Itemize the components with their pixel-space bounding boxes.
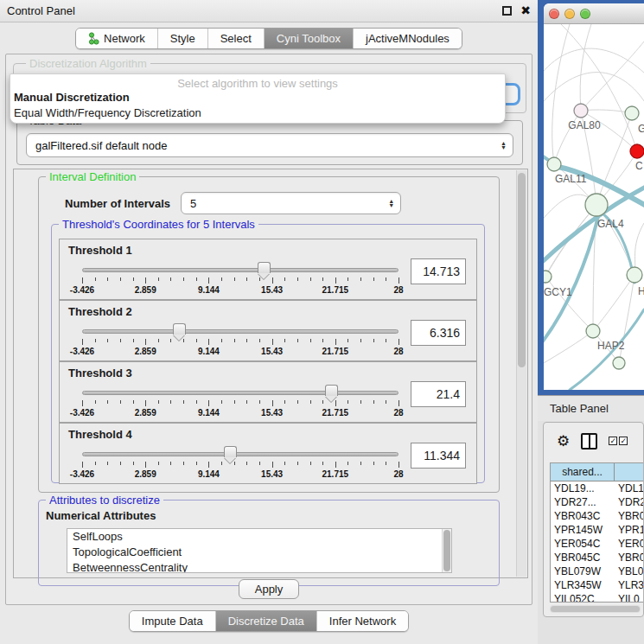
table-panel-title: Table Panel (550, 402, 609, 415)
gear-icon[interactable]: ⚙ (557, 434, 570, 449)
slider-track[interactable] (82, 329, 399, 334)
network-node-gal4[interactable] (585, 194, 608, 216)
tab-jactivemnodules[interactable]: jActiveMNodules (354, 29, 462, 48)
threshold-value-field[interactable]: 14.713 (411, 258, 466, 284)
column-header[interactable]: shared... (551, 463, 615, 481)
threshold-value-field[interactable]: 11.344 (411, 443, 466, 469)
threshold-value-field[interactable]: 6.316 (411, 320, 466, 346)
slider-track[interactable] (82, 268, 399, 272)
slider-ticks (82, 277, 399, 284)
popup-option-manual[interactable]: Manual Discretization (10, 90, 505, 105)
table-data-combo-value: galFiltered.sif default node (27, 139, 501, 152)
tab-cyni-toolbox[interactable]: Cyni Toolbox (265, 29, 354, 48)
stepper-arrows-icon: ▲▼ (388, 199, 394, 207)
threshold-box-2: Threshold 2-3.4262.8599.14415.4321.71528… (59, 300, 477, 361)
table-cell: YPR145W (551, 523, 615, 537)
table-row[interactable]: YBL079WYBL0 (551, 564, 643, 578)
select-columns-icons[interactable]: ✓ ✓ (609, 437, 628, 445)
table-row[interactable]: YDR27...YDR2 (551, 495, 643, 509)
node-table: shared...na YDL19...YDL1YDR27...YDR2YBR0… (550, 462, 643, 603)
interval-definition-group: Interval Definition Number of Intervals … (38, 176, 500, 493)
network-node-ga[interactable] (625, 106, 639, 120)
table-cell: YDR2 (615, 495, 643, 509)
number-of-intervals-combo[interactable]: 5 ▲▼ (181, 192, 401, 214)
cyni-toolbox-panel: Discretization Algorithm Select algorith… (5, 54, 532, 605)
slider-track[interactable] (82, 391, 399, 395)
checkbox-icon[interactable]: ✓ (609, 437, 617, 445)
threshold-slider[interactable]: -3.4262.8599.14415.4321.71528 (82, 444, 399, 482)
threshold-value-field[interactable]: 21.4 (411, 381, 466, 407)
node-label: GAL11 (555, 173, 587, 185)
table-row[interactable]: YPR145WYPR1 (551, 523, 643, 537)
table-panel-card: ⚙ ✓ ✓ shared...na YDL19...YDL1YDR27...YD… (543, 422, 644, 617)
tab-select[interactable]: Select (208, 29, 265, 48)
slider-thumb[interactable] (173, 323, 186, 335)
table-row[interactable]: YLR345WYLR3 (551, 578, 643, 592)
attribute-list-item[interactable]: SelfLoops (67, 529, 451, 545)
node-label: GA (638, 123, 644, 135)
network-node-gal80[interactable] (574, 104, 588, 118)
table-row[interactable]: YBR043CYBR0 (551, 509, 643, 523)
attributes-group: Attributes to discretize Numerical Attri… (38, 500, 500, 586)
table-cell: YER0 (615, 537, 643, 551)
threshold-slider[interactable]: -3.4262.8599.14415.4321.71528 (82, 383, 399, 421)
numerical-attributes-list[interactable]: SelfLoopsTopologicalCoefficientBetweenne… (67, 528, 452, 573)
threshold-label: Threshold 2 (68, 305, 132, 318)
close-icon[interactable]: ✖ (520, 6, 531, 16)
slider-ticks (82, 338, 399, 345)
tab-infer-network[interactable]: Infer Network (317, 611, 408, 631)
network-node-c[interactable] (630, 144, 644, 158)
top-tab-bar: NetworkStyleSelectCyni ToolboxjActiveMNo… (0, 23, 538, 53)
float-window-icon[interactable] (502, 6, 512, 16)
table-data-combo[interactable]: galFiltered.sif default node ▲▼ (26, 133, 513, 157)
number-of-intervals-label: Number of Intervals (65, 197, 170, 210)
checkbox-icon[interactable]: ✓ (619, 437, 628, 445)
threshold-label: Threshold 3 (68, 367, 132, 379)
horizontal-scrollbar[interactable] (550, 605, 641, 613)
stepper-arrows-icon: ▲▼ (501, 141, 507, 150)
attributes-group-title: Attributes to discretize (46, 494, 163, 507)
table-row[interactable]: YIL052CYIL0 (551, 592, 643, 603)
attribute-list-item[interactable]: TopologicalCoefficient (67, 545, 451, 560)
network-view-frame: GAL80GACGAL11GAL4GCY1HHAP2 (538, 0, 644, 395)
network-node[interactable] (613, 357, 625, 369)
list-scrollbar[interactable] (442, 529, 451, 573)
network-node-gal11[interactable] (547, 157, 561, 171)
discretization-algorithm-title: Discretization Algorithm (26, 57, 150, 70)
network-node-gcy1[interactable] (544, 271, 552, 283)
interval-definition-title: Interval Definition (46, 170, 139, 183)
network-node-hap2[interactable] (586, 324, 600, 338)
slider-thumb[interactable] (224, 446, 237, 457)
tab-network[interactable]: Network (76, 29, 158, 48)
popup-option-equal-width[interactable]: Equal Width/Frequency Discretization (10, 105, 505, 121)
slider-thumb[interactable] (258, 262, 271, 273)
table-row[interactable]: YER054CYER0 (551, 537, 643, 551)
node-label: GAL80 (568, 119, 601, 131)
network-canvas[interactable]: GAL80GACGAL11GAL4GCY1HHAP2 (544, 24, 644, 390)
network-node-h[interactable] (627, 267, 642, 283)
tab-discretize-data[interactable]: Discretize Data (216, 611, 317, 631)
slider-tick-labels: -3.4262.8599.14415.4321.71528 (82, 285, 399, 296)
slider-thumb[interactable] (325, 385, 338, 396)
tab-impute-data[interactable]: Impute Data (130, 611, 216, 631)
threshold-slider[interactable]: -3.4262.8599.14415.4321.71528 (82, 260, 399, 298)
column-header[interactable]: na (615, 463, 643, 481)
table-cell: YBR045C (551, 551, 615, 564)
tab-style[interactable]: Style (158, 29, 208, 48)
apply-button[interactable]: Apply (239, 579, 299, 599)
attribute-list-item[interactable]: BetweennessCentrality (67, 560, 451, 573)
vertical-scrollbar[interactable] (516, 170, 526, 577)
columns-icon[interactable] (581, 433, 597, 450)
threshold-slider[interactable]: -3.4262.8599.14415.4321.71528 (82, 322, 399, 360)
table-cell: YPR1 (615, 523, 643, 537)
table-row[interactable]: YDL19...YDL1 (551, 481, 643, 495)
threshold-box-1: Threshold 1-3.4262.8599.14415.4321.71528… (59, 239, 477, 300)
slider-tick-labels: -3.4262.8599.14415.4321.71528 (82, 347, 399, 357)
minimize-traffic-light[interactable] (564, 9, 575, 19)
popup-placeholder-item: Select algorithm to view settings (10, 74, 505, 90)
close-traffic-light[interactable] (549, 9, 559, 19)
slider-track[interactable] (82, 452, 399, 456)
zoom-traffic-light[interactable] (580, 9, 590, 19)
table-row[interactable]: YBR045CYBR0 (551, 551, 643, 564)
bottom-tab-bar: Impute DataDiscretize DataInfer Network (0, 607, 538, 634)
